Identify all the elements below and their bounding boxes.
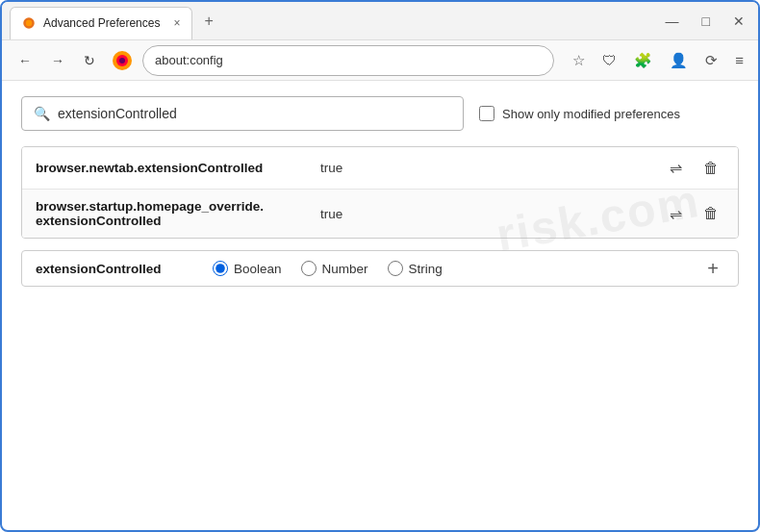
row-actions: ⇌ 🗑 — [664, 203, 724, 225]
address-text: about:config — [155, 53, 223, 67]
string-label: String — [409, 262, 443, 276]
pref-value: true — [320, 161, 342, 175]
search-row: 🔍 Show only modified preferences — [21, 96, 739, 131]
pref-name-multiline: browser.startup.homepage_override. exten… — [36, 199, 305, 228]
number-radio[interactable] — [301, 261, 317, 276]
nav-bar: ← → ↻ about:config ☆ 🛡 🧩 👤 ⟳ ≡ — [2, 40, 758, 81]
search-input[interactable] — [58, 106, 451, 121]
browser-tab[interactable]: Advanced Preferences × — [10, 7, 192, 39]
pref-name: browser.newtab.extensionControlled — [36, 161, 305, 175]
shield-icon[interactable]: 🛡 — [597, 49, 621, 71]
new-pref-row: extensionControlled Boolean Number Strin… — [21, 250, 739, 287]
show-modified-row: Show only modified preferences — [479, 106, 680, 121]
results-table: browser.newtab.extensionControlled true … — [21, 146, 739, 239]
tab-title: Advanced Preferences — [43, 16, 160, 30]
tab-favicon-icon — [22, 16, 36, 30]
number-label: Number — [322, 262, 368, 276]
bookmark-icon[interactable]: ☆ — [568, 49, 590, 72]
nav-icons: ☆ 🛡 🧩 👤 ⟳ ≡ — [568, 49, 748, 72]
string-radio[interactable] — [388, 261, 403, 276]
maximize-button[interactable]: □ — [697, 12, 716, 31]
back-button[interactable]: ← — [12, 49, 38, 72]
string-option[interactable]: String — [388, 261, 443, 276]
pref-name-line2: extensionControlled — [36, 214, 305, 228]
pref-value: true — [320, 207, 342, 221]
delete-button[interactable]: 🗑 — [697, 158, 724, 179]
boolean-label: Boolean — [234, 262, 282, 276]
boolean-option[interactable]: Boolean — [213, 261, 282, 276]
show-modified-label: Show only modified preferences — [502, 107, 680, 121]
row-actions: ⇌ 🗑 — [664, 157, 724, 179]
tab-close-button[interactable]: × — [173, 17, 180, 29]
pref-name-line1: browser.startup.homepage_override. — [36, 199, 305, 214]
minimize-button[interactable]: — — [660, 12, 685, 31]
svg-point-4 — [119, 58, 125, 63]
search-box[interactable]: 🔍 — [21, 96, 464, 131]
delete-button[interactable]: 🗑 — [697, 203, 724, 224]
extension-icon[interactable]: 🧩 — [629, 49, 657, 72]
add-preference-button[interactable]: + — [701, 259, 724, 278]
close-window-button[interactable]: ✕ — [727, 12, 750, 31]
new-pref-name: extensionControlled — [36, 262, 190, 276]
reload-button[interactable]: ↻ — [77, 49, 102, 72]
table-row: browser.startup.homepage_override. exten… — [22, 190, 738, 238]
firefox-logo-icon — [112, 50, 133, 71]
show-modified-checkbox[interactable] — [479, 106, 494, 121]
address-bar[interactable]: about:config — [142, 45, 554, 76]
profile-icon[interactable]: 👤 — [665, 49, 693, 72]
content-area: 🔍 Show only modified preferences browser… — [2, 81, 758, 302]
new-tab-button[interactable]: + — [198, 13, 218, 30]
number-option[interactable]: Number — [301, 261, 368, 276]
toggle-button[interactable]: ⇌ — [664, 203, 688, 225]
forward-button[interactable]: → — [44, 49, 71, 72]
title-bar: Advanced Preferences × + — □ ✕ — [2, 2, 758, 40]
boolean-radio[interactable] — [213, 261, 228, 276]
toggle-button[interactable]: ⇌ — [664, 157, 688, 179]
table-row: browser.newtab.extensionControlled true … — [22, 147, 738, 190]
type-radio-group: Boolean Number String — [213, 261, 443, 276]
window-controls: — □ ✕ — [660, 12, 750, 31]
menu-icon[interactable]: ≡ — [730, 49, 748, 71]
search-icon: 🔍 — [34, 106, 50, 121]
svg-point-1 — [26, 20, 32, 26]
sync-icon[interactable]: ⟳ — [700, 49, 722, 72]
